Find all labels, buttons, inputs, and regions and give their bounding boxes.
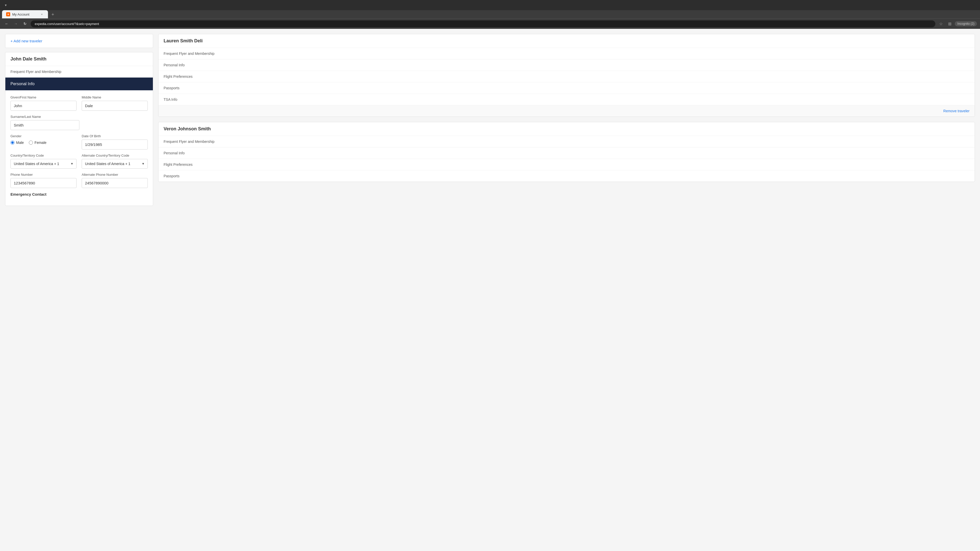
lauren-smith-deli-card: Lauren Smith Deli Frequent Flyer and Mem… [158,34,975,117]
country-group: Country/Territory Code United States of … [11,154,76,168]
browser-tab-bar: ✈ My Account × + [0,10,980,18]
phone-group: Phone Number [11,173,76,188]
country-label: Country/Territory Code [11,154,76,157]
alt-phone-group: Alternate Phone Number [82,173,148,188]
browser-chrome: ▾ ✈ My Account × + ← → ↻ expedia.com/use… [0,0,980,29]
lauren-smith-deli-name: Lauren Smith Deli [159,34,975,48]
middle-name-group: Middle Name [82,95,148,111]
female-radio[interactable] [29,141,33,144]
lauren-tsa-info[interactable]: TSA Info [159,94,975,105]
last-name-row: Surname/Last Name [11,115,148,130]
toolbar-actions: ☆ ⊞ Incognito (2) [937,20,977,27]
lauren-flight-preferences[interactable]: Flight Preferences [159,71,975,83]
gender-label: Gender [11,134,76,138]
right-column: Lauren Smith Deli Frequent Flyer and Mem… [158,34,975,551]
veron-johnson-smith-card: Veron Johnson Smith Frequent Flyer and M… [158,122,975,182]
female-radio-label[interactable]: Female [29,141,46,144]
john-dale-smith-card: John Dale Smith Frequent Flyer and Membe… [5,52,153,206]
frequent-flyer-menu-item[interactable]: Frequent Flyer and Membership [5,66,153,78]
url-display: expedia.com/user/account/?&selc=payment [35,22,931,26]
phone-label: Phone Number [11,173,76,176]
john-dale-smith-name: John Dale Smith [5,52,153,66]
personal-info-form: Given/First Name Middle Name Surname/Las… [5,90,153,206]
dob-input[interactable] [82,140,148,149]
bookmark-button[interactable]: ☆ [937,20,945,27]
personal-info-header: Personal Info [5,78,153,90]
country-select-wrapper: United States of America + 1 ▼ [11,159,76,168]
last-name-label: Surname/Last Name [11,115,148,119]
male-radio-label[interactable]: Male [11,141,24,144]
profile-button[interactable]: ⊞ [946,20,953,27]
male-label: Male [16,141,24,144]
gender-dob-row: Gender Male Female [11,134,148,149]
veron-johnson-smith-name: Veron Johnson Smith [159,122,975,136]
phone-input[interactable] [11,178,76,188]
alt-phone-label: Alternate Phone Number [82,173,148,176]
first-name-group: Given/First Name [11,95,76,111]
forward-button[interactable]: → [12,20,19,27]
new-tab-button[interactable]: + [49,11,57,18]
tab-close-button[interactable]: × [40,12,44,16]
remove-traveler-link[interactable]: Remove traveler [943,109,969,113]
country-select[interactable]: United States of America + 1 [11,159,76,168]
male-radio[interactable] [11,141,14,144]
tab-dropdown-button[interactable]: ▾ [2,2,9,9]
lauren-passports[interactable]: Passports [159,83,975,94]
alt-country-select[interactable]: United States of America + 1 [82,159,148,168]
last-name-input[interactable] [11,120,80,130]
active-tab[interactable]: ✈ My Account × [2,10,48,18]
veron-passports[interactable]: Passports [159,170,975,182]
gender-group: Gender Male Female [11,134,76,149]
alt-phone-input[interactable] [82,178,148,188]
address-bar[interactable]: expedia.com/user/account/?&selc=payment [30,21,935,27]
country-row: Country/Territory Code United States of … [11,154,148,168]
veron-frequent-flyer[interactable]: Frequent Flyer and Membership [159,136,975,148]
page-content: + Add new traveler John Dale Smith Frequ… [0,29,980,551]
name-row: Given/First Name Middle Name [11,95,148,111]
gender-radio-group: Male Female [11,141,76,144]
veron-personal-info[interactable]: Personal Info [159,148,975,159]
emergency-contact-title: Emergency Contact [11,192,148,197]
alt-country-label: Alternate Country/Territory Code [82,154,148,157]
lauren-personal-info[interactable]: Personal Info [159,59,975,71]
middle-name-label: Middle Name [82,95,148,99]
middle-name-input[interactable] [82,101,148,111]
alt-country-group: Alternate Country/Territory Code United … [82,154,148,168]
lauren-frequent-flyer[interactable]: Frequent Flyer and Membership [159,48,975,59]
add-traveler-bar: + Add new traveler [5,34,153,48]
dob-label: Date Of Birth [82,134,148,138]
phone-row: Phone Number Alternate Phone Number [11,173,148,188]
add-traveler-link[interactable]: + Add new traveler [11,39,42,43]
reload-button[interactable]: ↻ [21,20,29,27]
female-label: Female [35,141,46,144]
left-column: + Add new traveler John Dale Smith Frequ… [5,34,153,551]
first-name-input[interactable] [11,101,76,111]
remove-traveler-row: Remove traveler [159,105,975,117]
first-name-label: Given/First Name [11,95,76,99]
browser-titlebar: ▾ [0,0,980,10]
veron-flight-preferences[interactable]: Flight Preferences [159,159,975,170]
last-name-group: Surname/Last Name [11,115,148,130]
alt-country-select-wrapper: United States of America + 1 ▼ [82,159,148,168]
tab-favicon: ✈ [6,12,10,16]
back-button[interactable]: ← [3,20,10,27]
incognito-badge[interactable]: Incognito (2) [955,21,977,26]
browser-toolbar: ← → ↻ expedia.com/user/account/?&selc=pa… [0,18,980,29]
dob-group: Date Of Birth [82,134,148,149]
tab-title: My Account [12,13,38,16]
